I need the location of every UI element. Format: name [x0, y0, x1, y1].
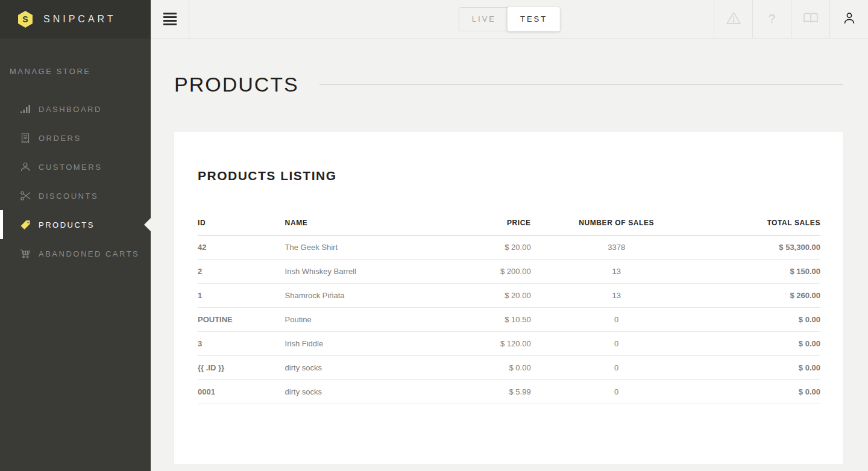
table-row[interactable]: 1 Shamrock Piñata $ 20.00 13 $ 260.00 [198, 283, 820, 307]
cell-price: $ 5.99 [441, 379, 531, 404]
cell-id: 42 [198, 235, 285, 259]
topbar: LIVE TEST ? [151, 0, 868, 39]
docs-button[interactable] [791, 0, 829, 38]
column-header-number-of-sales: NUMBER OF SALES [531, 211, 702, 235]
cell-id: POUTINE [198, 307, 285, 331]
main-column: LIVE TEST ? [151, 0, 868, 471]
active-notch [144, 218, 151, 231]
cell-name: Poutine [285, 307, 441, 331]
live-mode-button[interactable]: LIVE [459, 7, 509, 31]
warning-icon [726, 11, 741, 27]
snipcart-logo[interactable]: S SNIPCART [0, 0, 151, 39]
column-header-id: ID [198, 211, 285, 235]
cell-name: dirty socks [285, 379, 441, 404]
page-title: PRODUCTS [174, 72, 299, 97]
sidebar-item-label: ORDERS [39, 134, 81, 143]
cell-name: dirty socks [285, 355, 441, 379]
active-indicator-bar [0, 210, 3, 239]
cell-id: 2 [198, 259, 285, 283]
cell-number-of-sales: 0 [531, 379, 702, 404]
cell-number-of-sales: 0 [531, 355, 702, 379]
test-mode-button[interactable]: TEST [508, 7, 560, 31]
svg-text:S: S [22, 14, 28, 24]
cell-price: $ 200.00 [441, 259, 531, 283]
cell-name: Irish Whiskey Barrell [285, 259, 441, 283]
menu-toggle-button[interactable] [151, 0, 189, 38]
app-root: S SNIPCART MANAGE STORE DASHBOARD [0, 0, 868, 471]
cell-number-of-sales: 3378 [531, 235, 702, 259]
cell-number-of-sales: 13 [531, 283, 702, 307]
cell-total-sales: $ 0.00 [702, 355, 820, 379]
sidebar-item-label: PRODUCTS [39, 220, 95, 229]
cell-id: 0001 [198, 379, 285, 404]
products-listing-card: PRODUCTS LISTING ID NAME PRICE NUMBER OF… [174, 132, 843, 464]
cell-total-sales: $ 0.00 [702, 379, 820, 404]
content-area: PRODUCTS PRODUCTS LISTING ID NAME PRICE … [151, 39, 868, 471]
help-icon: ? [769, 12, 775, 26]
customer-icon [20, 161, 31, 172]
column-header-price: PRICE [441, 211, 531, 235]
cell-id: {{ .ID }} [198, 355, 285, 379]
cart-icon [20, 248, 31, 259]
cell-price: $ 0.00 [441, 355, 531, 379]
account-icon [843, 11, 856, 27]
sidebar-item-customers[interactable]: CUSTOMERS [0, 152, 151, 181]
sidebar-item-label: ABANDONED CARTS [39, 249, 139, 258]
logo-text: SNIPCART [43, 14, 116, 25]
sidebar-item-dashboard[interactable]: DASHBOARD [0, 95, 151, 123]
table-header: ID NAME PRICE NUMBER OF SALES TOTAL SALE… [198, 211, 820, 235]
table-row[interactable]: 3 Irish Fiddle $ 120.00 0 $ 0.00 [198, 331, 820, 355]
scissors-icon [20, 190, 31, 201]
sidebar-item-label: DASHBOARD [39, 105, 102, 114]
cell-total-sales: $ 0.00 [702, 331, 820, 355]
table-row[interactable]: 2 Irish Whiskey Barrell $ 200.00 13 $ 15… [198, 259, 820, 283]
help-button[interactable]: ? [752, 0, 791, 38]
account-button[interactable] [829, 0, 868, 38]
receipt-icon [20, 133, 31, 143]
sidebar-item-products[interactable]: PRODUCTS [0, 210, 151, 239]
snipcart-hexagon-icon: S [17, 10, 34, 28]
bar-chart-icon [20, 104, 31, 114]
hamburger-icon [163, 13, 177, 25]
sidebar-item-label: CUSTOMERS [39, 163, 102, 172]
cell-number-of-sales: 13 [531, 259, 702, 283]
table-row[interactable]: 0001 dirty socks $ 5.99 0 $ 0.00 [198, 379, 820, 404]
cell-price: $ 20.00 [441, 283, 531, 307]
env-mode-toggle: LIVE TEST [459, 7, 560, 31]
sidebar-item-discounts[interactable]: DISCOUNTS [0, 181, 151, 210]
cell-price: $ 20.00 [441, 235, 531, 259]
docs-book-icon [803, 12, 819, 26]
sidebar-nav: DASHBOARD ORDERS CUSTO [0, 95, 151, 268]
card-heading: PRODUCTS LISTING [198, 169, 820, 183]
table-row[interactable]: 42 The Geek Shirt $ 20.00 3378 $ 53,300.… [198, 235, 820, 259]
sidebar-section-label: MANAGE STORE [0, 67, 151, 76]
cell-number-of-sales: 0 [531, 307, 702, 331]
column-header-total-sales: TOTAL SALES [702, 211, 820, 235]
products-table: ID NAME PRICE NUMBER OF SALES TOTAL SALE… [198, 211, 820, 404]
cell-name: The Geek Shirt [285, 235, 441, 259]
title-divider [319, 84, 843, 85]
cell-id: 3 [198, 331, 285, 355]
page-head: PRODUCTS [174, 72, 843, 97]
warning-button[interactable] [714, 0, 752, 38]
topbar-icons: ? [714, 0, 868, 38]
cell-total-sales: $ 0.00 [702, 307, 820, 331]
column-header-name: NAME [285, 211, 441, 235]
cell-price: $ 10.50 [441, 307, 531, 331]
tag-icon [20, 219, 31, 230]
cell-name: Shamrock Piñata [285, 283, 441, 307]
cell-id: 1 [198, 283, 285, 307]
cell-total-sales: $ 53,300.00 [702, 235, 820, 259]
table-row[interactable]: {{ .ID }} dirty socks $ 0.00 0 $ 0.00 [198, 355, 820, 379]
sidebar-item-label: DISCOUNTS [39, 192, 98, 201]
table-row[interactable]: POUTINE Poutine $ 10.50 0 $ 0.00 [198, 307, 820, 331]
cell-total-sales: $ 150.00 [702, 259, 820, 283]
sidebar-item-orders[interactable]: ORDERS [0, 123, 151, 152]
cell-number-of-sales: 0 [531, 331, 702, 355]
cell-name: Irish Fiddle [285, 331, 441, 355]
sidebar-item-abandoned-carts[interactable]: ABANDONED CARTS [0, 239, 151, 268]
cell-total-sales: $ 260.00 [702, 283, 820, 307]
cell-price: $ 120.00 [441, 331, 531, 355]
sidebar: S SNIPCART MANAGE STORE DASHBOARD [0, 0, 151, 471]
